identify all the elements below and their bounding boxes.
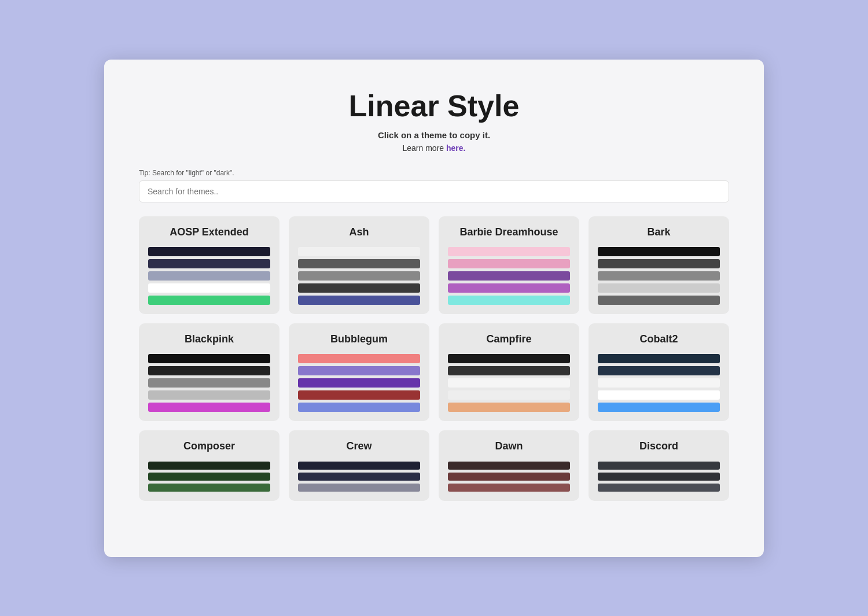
- learn-more-text: Learn more here.: [139, 143, 729, 153]
- learn-more-link[interactable]: here.: [446, 143, 465, 153]
- theme-card[interactable]: Crew: [289, 430, 429, 500]
- color-bars: [298, 354, 420, 412]
- color-bars: [598, 354, 720, 412]
- color-bar: [598, 390, 720, 400]
- theme-name: Dawn: [448, 440, 570, 453]
- color-bar: [148, 271, 270, 281]
- color-bar: [148, 390, 270, 400]
- color-bar: [148, 462, 270, 470]
- color-bars: [298, 462, 420, 492]
- color-bar: [148, 473, 270, 481]
- color-bar: [148, 296, 270, 305]
- page-header: Linear Style Click on a theme to copy it…: [139, 88, 729, 153]
- color-bar: [298, 378, 420, 388]
- color-bar: [298, 366, 420, 375]
- theme-card[interactable]: Ash: [289, 216, 429, 314]
- theme-card[interactable]: Campfire: [439, 323, 579, 421]
- color-bar: [298, 473, 420, 481]
- theme-name: Discord: [598, 440, 720, 453]
- color-bars: [298, 247, 420, 305]
- color-bar: [448, 484, 570, 492]
- color-bar: [448, 403, 570, 412]
- color-bar: [448, 378, 570, 388]
- color-bar: [298, 484, 420, 492]
- color-bars: [598, 247, 720, 305]
- color-bar: [298, 259, 420, 268]
- color-bar: [148, 247, 270, 256]
- color-bar: [448, 247, 570, 256]
- color-bar: [298, 271, 420, 281]
- color-bars: [148, 354, 270, 412]
- main-window: Linear Style Click on a theme to copy it…: [104, 60, 764, 557]
- color-bars: [448, 462, 570, 492]
- theme-name: Bubblegum: [298, 333, 420, 346]
- color-bar: [598, 296, 720, 305]
- color-bar: [148, 366, 270, 375]
- color-bars: [148, 462, 270, 492]
- search-input[interactable]: [139, 180, 729, 202]
- color-bar: [448, 390, 570, 400]
- color-bar: [298, 283, 420, 293]
- color-bars: [448, 247, 570, 305]
- theme-name: AOSP Extended: [148, 226, 270, 239]
- color-bar: [148, 378, 270, 388]
- color-bar: [598, 247, 720, 256]
- color-bar: [598, 354, 720, 363]
- color-bar: [298, 390, 420, 400]
- color-bar: [148, 283, 270, 293]
- color-bar: [448, 271, 570, 281]
- color-bar: [598, 366, 720, 375]
- color-bar: [448, 473, 570, 481]
- color-bar: [148, 354, 270, 363]
- search-tip: Tip: Search for "light" or "dark".: [139, 169, 729, 177]
- theme-card[interactable]: Blackpink: [139, 323, 279, 421]
- color-bar: [598, 473, 720, 481]
- theme-card[interactable]: Bark: [589, 216, 729, 314]
- color-bar: [598, 403, 720, 412]
- color-bar: [448, 354, 570, 363]
- theme-card[interactable]: Bubblegum: [289, 323, 429, 421]
- theme-card[interactable]: Barbie Dreamhouse: [439, 216, 579, 314]
- color-bar: [448, 366, 570, 375]
- color-bar: [598, 484, 720, 492]
- color-bar: [448, 259, 570, 268]
- color-bar: [598, 271, 720, 281]
- theme-card[interactable]: Dawn: [439, 430, 579, 500]
- theme-card[interactable]: Composer: [139, 430, 279, 500]
- color-bars: [598, 462, 720, 492]
- color-bar: [598, 378, 720, 388]
- color-bar: [448, 283, 570, 293]
- themes-grid: AOSP ExtendedAshBarbie DreamhouseBarkBla…: [139, 216, 729, 501]
- color-bar: [598, 283, 720, 293]
- theme-name: Cobalt2: [598, 333, 720, 346]
- color-bar: [298, 247, 420, 256]
- color-bar: [148, 484, 270, 492]
- theme-name: Barbie Dreamhouse: [448, 226, 570, 239]
- search-section: Tip: Search for "light" or "dark".: [139, 169, 729, 202]
- color-bar: [598, 259, 720, 268]
- color-bar: [298, 296, 420, 305]
- color-bars: [448, 354, 570, 412]
- color-bars: [148, 247, 270, 305]
- theme-name: Crew: [298, 440, 420, 453]
- color-bar: [598, 462, 720, 470]
- theme-name: Ash: [298, 226, 420, 239]
- theme-name: Blackpink: [148, 333, 270, 346]
- theme-card[interactable]: AOSP Extended: [139, 216, 279, 314]
- theme-name: Composer: [148, 440, 270, 453]
- color-bar: [298, 403, 420, 412]
- color-bar: [298, 462, 420, 470]
- color-bar: [448, 462, 570, 470]
- theme-name: Bark: [598, 226, 720, 239]
- color-bar: [448, 296, 570, 305]
- theme-name: Campfire: [448, 333, 570, 346]
- color-bar: [148, 403, 270, 412]
- page-title: Linear Style: [139, 88, 729, 123]
- theme-card[interactable]: Cobalt2: [589, 323, 729, 421]
- theme-card[interactable]: Discord: [589, 430, 729, 500]
- color-bar: [298, 354, 420, 363]
- color-bar: [148, 259, 270, 268]
- subtitle: Click on a theme to copy it.: [139, 130, 729, 140]
